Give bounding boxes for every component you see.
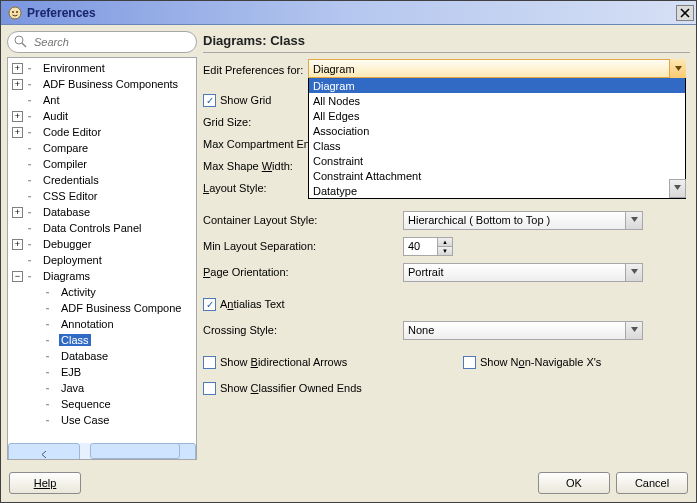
tree-connector-icon: ··· [27,254,41,266]
tree-hscrollbar[interactable] [8,443,196,459]
tree-item-code-editor[interactable]: +···Code Editor [8,124,196,140]
dropdown-option[interactable]: All Nodes [309,93,685,108]
tree-item-credentials[interactable]: ···Credentials [8,172,196,188]
tree-item-label: Database [41,206,92,218]
tree-item-label: Code Editor [41,126,103,138]
tree-item-ejb[interactable]: ···EJB [8,364,196,380]
crossing-style-dropdown[interactable]: None [403,321,643,340]
expand-icon[interactable]: + [12,127,23,138]
tree-item-deployment[interactable]: ···Deployment [8,252,196,268]
tree-item-label: Class [59,334,91,346]
edit-prefs-value: Diagram [313,63,355,75]
expand-icon[interactable]: + [12,79,23,90]
tree-connector-icon: ··· [27,158,41,170]
tree-item-java[interactable]: ···Java [8,380,196,396]
tree-item-compare[interactable]: ···Compare [8,140,196,156]
tree-item-sequence[interactable]: ···Sequence [8,396,196,412]
tree-item-label: Deployment [41,254,104,266]
spin-down[interactable]: ▼ [437,247,452,255]
tree-item-diagrams[interactable]: −···Diagrams [8,268,196,284]
svg-line-4 [22,43,26,47]
search-icon [14,35,28,49]
tree-item-compiler[interactable]: ···Compiler [8,156,196,172]
min-layout-sep-label: Min Layout Separation: [203,240,403,252]
tree-item-activity[interactable]: ···Activity [8,284,196,300]
dropdown-option[interactable]: Association [309,123,685,138]
show-classifier-checkbox[interactable] [203,382,216,395]
tree-connector-icon: ··· [45,366,59,378]
tree-item-use-case[interactable]: ···Use Case [8,412,196,428]
tree-item-css-editor[interactable]: ···CSS Editor [8,188,196,204]
tree-item-label: Environment [41,62,107,74]
tree-item-class[interactable]: ···Class [8,332,196,348]
tree-item-ant[interactable]: ···Ant [8,92,196,108]
app-icon [7,5,23,21]
container-layout-dropdown[interactable]: Hierarchical ( Bottom to Top ) [403,211,643,230]
antialias-label: Antialias Text [220,298,285,310]
tree-item-environment[interactable]: +···Environment [8,60,196,76]
tree-item-label: Use Case [59,414,111,426]
svg-point-3 [15,36,23,44]
tree-connector-icon: ··· [27,206,41,218]
tree-scroll[interactable]: +···Environment+···ADF Business Componen… [8,58,196,443]
dropdown-option[interactable]: Diagram [309,78,685,93]
tree-item-label: Compiler [41,158,89,170]
dropdown-option[interactable]: All Edges [309,108,685,123]
svg-point-1 [12,11,14,13]
search-input[interactable] [32,35,190,49]
dropdown-option[interactable]: Datatype [309,183,685,198]
dropdown-option[interactable]: Constraint Attachment [309,168,685,183]
tree-item-debugger[interactable]: +···Debugger [8,236,196,252]
scroll-thumb[interactable] [90,443,180,459]
expand-icon[interactable]: + [12,63,23,74]
tree-item-label: Activity [59,286,98,298]
preferences-tree: +···Environment+···ADF Business Componen… [7,57,197,460]
show-grid-checkbox[interactable]: ✓ [203,94,216,107]
tree-connector-icon: ··· [45,334,59,346]
tree-connector-icon: ··· [45,382,59,394]
tree-connector-icon: ··· [45,318,59,330]
show-classifier-label: Show Classifier Owned Ends [220,382,362,394]
min-layout-sep-spinner[interactable]: 40 ▲▼ [403,237,453,256]
collapse-icon[interactable]: − [12,271,23,282]
close-button[interactable] [676,5,694,21]
tree-item-label: EJB [59,366,83,378]
cancel-button[interactable]: Cancel [616,472,688,494]
edit-prefs-dropdown[interactable]: Diagram DiagramAll NodesAll EdgesAssocia… [308,59,686,199]
tree-item-adf-business-compone[interactable]: ···ADF Business Compone [8,300,196,316]
window-title: Preferences [27,6,676,20]
tree-connector-icon: ··· [27,190,41,202]
page-orientation-dropdown[interactable]: Portrait [403,263,643,282]
dropdown-option[interactable]: Class [309,138,685,153]
tree-item-label: ADF Business Compone [59,302,183,314]
layout-style-dropdown[interactable] [669,179,686,198]
search-box[interactable] [7,31,197,53]
show-bidi-checkbox[interactable] [203,356,216,369]
expand-icon[interactable]: + [12,239,23,250]
tree-connector-icon: ··· [45,302,59,314]
antialias-checkbox[interactable]: ✓ [203,298,216,311]
tree-connector-icon: ··· [27,126,41,138]
tree-item-label: Audit [41,110,70,122]
ok-button[interactable]: OK [538,472,610,494]
show-nonnav-checkbox[interactable] [463,356,476,369]
tree-item-database[interactable]: +···Database [8,204,196,220]
spin-up[interactable]: ▲ [437,238,452,247]
dropdown-option[interactable]: Constraint [309,153,685,168]
scroll-left-button[interactable] [8,443,80,460]
tree-item-annotation[interactable]: ···Annotation [8,316,196,332]
tree-item-data-controls-panel[interactable]: ···Data Controls Panel [8,220,196,236]
tree-connector-icon: ··· [27,270,41,282]
tree-item-database[interactable]: ···Database [8,348,196,364]
help-button[interactable]: Help [9,472,81,494]
edit-prefs-list[interactable]: DiagramAll NodesAll EdgesAssociationClas… [308,78,686,199]
tree-item-label: Credentials [41,174,101,186]
expand-icon[interactable]: + [12,111,23,122]
tree-item-label: Annotation [59,318,116,330]
tree-connector-icon: ··· [27,78,41,90]
tree-item-audit[interactable]: +···Audit [8,108,196,124]
expand-icon[interactable]: + [12,207,23,218]
chevron-down-icon [670,180,685,197]
tree-item-adf-business-components[interactable]: +···ADF Business Components [8,76,196,92]
svg-point-0 [9,7,21,19]
